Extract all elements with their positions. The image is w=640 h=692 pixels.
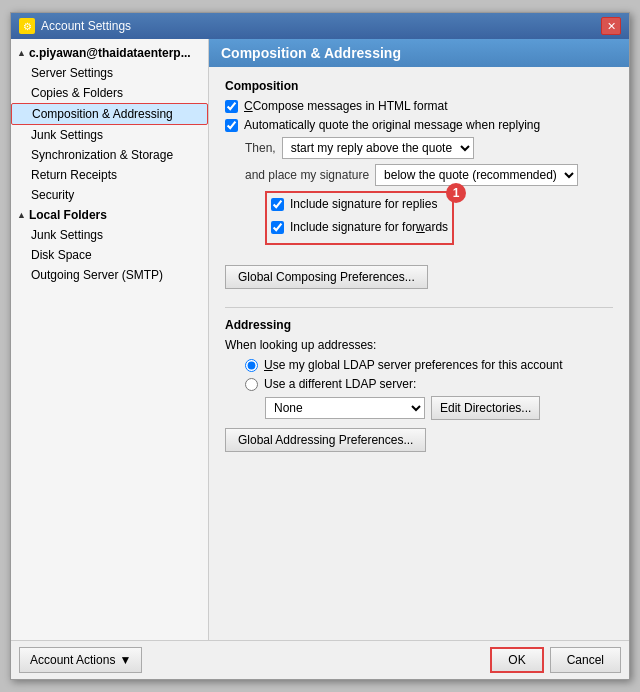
place-signature-row: and place my signature below the quote (…: [245, 164, 613, 186]
auto-quote-checkbox[interactable]: [225, 119, 238, 132]
composition-section: Composition CCompose messages in HTML fo…: [225, 79, 613, 297]
account-actions-chevron: ▼: [119, 653, 131, 667]
ldap-different-row: Use a different LDAP server:: [245, 377, 613, 391]
reply-position-dropdown[interactable]: start my reply above the quote start my …: [282, 137, 474, 159]
signature-options-box: Include signature for replies Include si…: [265, 191, 454, 245]
compose-html-checkbox[interactable]: [225, 100, 238, 113]
sidebar-item-local-junk[interactable]: Junk Settings: [11, 225, 208, 245]
ldap-global-label: Use my global LDAP server preferences fo…: [264, 358, 563, 372]
then-label: Then,: [245, 141, 276, 155]
sidebar-item-security[interactable]: Security: [11, 185, 208, 205]
account-actions-label: Account Actions: [30, 653, 115, 667]
addressing-section: Addressing When looking up addresses: Us…: [225, 318, 613, 460]
cancel-button[interactable]: Cancel: [550, 647, 621, 673]
include-sig-forwards-label: Include signature for forwards: [290, 220, 448, 234]
local-collapse-triangle: ▲: [17, 210, 26, 220]
step-badge: 1: [446, 183, 466, 203]
sidebar-item-junk-settings[interactable]: Junk Settings: [11, 125, 208, 145]
ldap-global-radio[interactable]: [245, 359, 258, 372]
sidebar-item-server-settings[interactable]: Server Settings: [11, 63, 208, 83]
title-bar: ⚙ Account Settings ✕: [11, 13, 629, 39]
ldap-different-label: Use a different LDAP server:: [264, 377, 416, 391]
account-actions-button[interactable]: Account Actions ▼: [19, 647, 142, 673]
sidebar-item-copies-folders[interactable]: Copies & Folders: [11, 83, 208, 103]
window-body: ▲ c.piyawan@thaidataenterp... Server Set…: [11, 39, 629, 640]
sidebar-item-sync-storage[interactable]: Synchronization & Storage: [11, 145, 208, 165]
local-folders-group-header[interactable]: ▲ Local Folders: [11, 205, 208, 225]
collapse-triangle: ▲: [17, 48, 26, 58]
global-addressing-btn[interactable]: Global Addressing Preferences...: [225, 428, 426, 452]
window-title: Account Settings: [41, 19, 131, 33]
section-divider: [225, 307, 613, 308]
place-sig-label: and place my signature: [245, 168, 369, 182]
section-title: Composition & Addressing: [209, 39, 629, 67]
compose-html-label: CCompose messages in HTML format: [244, 99, 448, 113]
compose-html-row: CCompose messages in HTML format: [225, 99, 613, 113]
sig-position-dropdown[interactable]: below the quote (recommended) above the …: [375, 164, 578, 186]
global-composing-btn[interactable]: Global Composing Preferences...: [225, 265, 428, 289]
include-sig-replies-row: Include signature for replies: [271, 197, 448, 211]
account-header-label: c.piyawan@thaidataenterp...: [29, 46, 191, 60]
addressing-label: Addressing: [225, 318, 613, 332]
sidebar-item-return-receipts[interactable]: Return Receipts: [11, 165, 208, 185]
account-settings-window: ⚙ Account Settings ✕ ▲ c.piyawan@thaidat…: [10, 12, 630, 680]
include-sig-replies-checkbox[interactable]: [271, 198, 284, 211]
bottom-bar: Account Actions ▼ OK Cancel: [11, 640, 629, 679]
ldap-select-row: None Edit Directories...: [265, 396, 613, 420]
include-sig-forwards-row: Include signature for forwards: [271, 220, 448, 234]
account-group-header[interactable]: ▲ c.piyawan@thaidataenterp...: [11, 43, 208, 63]
close-button[interactable]: ✕: [601, 17, 621, 35]
ldap-different-radio[interactable]: [245, 378, 258, 391]
ldap-server-dropdown[interactable]: None: [265, 397, 425, 419]
auto-quote-label: Automatically quote the original message…: [244, 118, 540, 132]
then-row: Then, start my reply above the quote sta…: [245, 137, 613, 159]
window-icon: ⚙: [19, 18, 35, 34]
sidebar-item-outgoing-smtp[interactable]: Outgoing Server (SMTP): [11, 265, 208, 285]
include-sig-replies-label: Include signature for replies: [290, 197, 437, 211]
sidebar: ▲ c.piyawan@thaidataenterp... Server Set…: [11, 39, 209, 640]
edit-directories-btn[interactable]: Edit Directories...: [431, 396, 540, 420]
composition-label: Composition: [225, 79, 613, 93]
sidebar-item-composition-addressing[interactable]: Composition & Addressing: [11, 103, 208, 125]
ldap-global-row: Use my global LDAP server preferences fo…: [245, 358, 613, 372]
main-content-area: Composition & Addressing Composition CCo…: [209, 39, 629, 640]
when-looking-label: When looking up addresses:: [225, 338, 613, 352]
ok-button[interactable]: OK: [490, 647, 543, 673]
sidebar-item-disk-space[interactable]: Disk Space: [11, 245, 208, 265]
include-sig-forwards-checkbox[interactable]: [271, 221, 284, 234]
local-folders-label: Local Folders: [29, 208, 107, 222]
ok-cancel-area: OK Cancel: [490, 647, 621, 673]
auto-quote-row: Automatically quote the original message…: [225, 118, 613, 132]
